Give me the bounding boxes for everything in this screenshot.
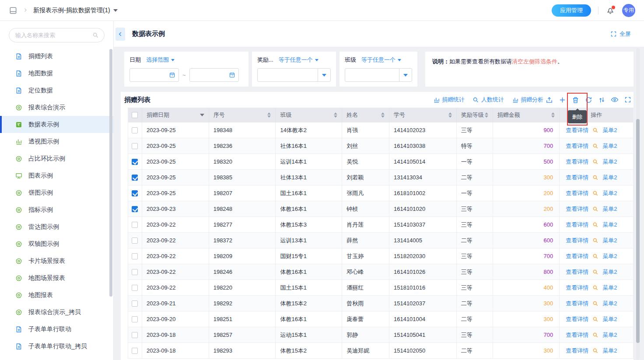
- search-icon[interactable]: [592, 143, 598, 149]
- menu2-link[interactable]: 菜单2: [602, 347, 617, 355]
- sidebar-item[interactable]: 饼图示例: [0, 184, 113, 201]
- view-detail-link[interactable]: 查看详情: [566, 221, 588, 229]
- table-action-button[interactable]: 人数统计: [472, 96, 504, 104]
- search-icon[interactable]: [592, 253, 598, 259]
- sidebar-item[interactable]: 地图数据: [0, 65, 113, 82]
- row-checkbox[interactable]: [132, 253, 138, 259]
- reward-select[interactable]: [257, 68, 331, 82]
- filter-operator-dropdown[interactable]: 选择范围: [146, 56, 175, 64]
- filter-caret-icon[interactable]: [200, 114, 204, 116]
- search-icon[interactable]: [92, 32, 99, 38]
- search-icon[interactable]: [592, 238, 598, 244]
- menu2-link[interactable]: 菜单2: [602, 237, 617, 245]
- sort-icon[interactable]: [485, 112, 488, 118]
- sort-icon[interactable]: [448, 112, 452, 118]
- row-checkbox[interactable]: [132, 127, 138, 133]
- calendar-icon[interactable]: 7: [169, 72, 175, 78]
- app-window-icon[interactable]: [9, 6, 18, 15]
- view-detail-link[interactable]: 查看详情: [566, 205, 588, 213]
- row-checkbox[interactable]: [132, 301, 138, 307]
- column-header[interactable]: 学号: [389, 108, 457, 122]
- search-icon[interactable]: [592, 127, 598, 133]
- view-detail-link[interactable]: 查看详情: [566, 331, 588, 339]
- app-manage-button[interactable]: 应用管理: [552, 4, 591, 17]
- sidebar-item[interactable]: 双轴图示例: [0, 235, 113, 252]
- search-icon[interactable]: [592, 269, 598, 275]
- search-icon[interactable]: [592, 159, 598, 165]
- sidebar-item[interactable]: 地图场景报表: [0, 269, 113, 287]
- column-header[interactable]: 捐赠金额: [493, 108, 560, 122]
- sidebar-item[interactable]: 子表单单行联动: [0, 321, 113, 338]
- page-fullscreen-button[interactable]: 全屏: [610, 30, 631, 38]
- menu2-link[interactable]: 菜单2: [602, 300, 617, 308]
- chevron-down-icon[interactable]: [399, 69, 412, 81]
- view-detail-link[interactable]: 查看详情: [566, 268, 588, 276]
- menu2-link[interactable]: 菜单2: [602, 268, 617, 276]
- search-icon[interactable]: [592, 301, 598, 307]
- select-all-checkbox-cell[interactable]: [128, 108, 142, 122]
- menu2-link[interactable]: 菜单2: [602, 158, 617, 166]
- menu2-link[interactable]: 菜单2: [602, 174, 617, 182]
- column-header[interactable]: 奖励等级: [457, 108, 493, 122]
- table-action-button[interactable]: 捐赠分析: [512, 96, 543, 104]
- menu2-link[interactable]: 菜单2: [602, 252, 617, 260]
- sidebar-item[interactable]: [0, 355, 113, 360]
- sidebar-item[interactable]: 指标示例: [0, 201, 113, 218]
- search-icon[interactable]: [592, 285, 598, 291]
- select-all-checkbox[interactable]: [132, 112, 138, 118]
- row-checkbox[interactable]: [132, 348, 138, 354]
- sidebar-item[interactable]: 卡片场景报表: [0, 252, 113, 269]
- eye-icon[interactable]: [611, 96, 619, 104]
- sidebar-item[interactable]: 图表示例: [0, 167, 113, 184]
- row-checkbox[interactable]: [132, 175, 138, 181]
- sidebar-item[interactable]: 报表综合演示_拷贝: [0, 304, 113, 321]
- view-detail-link[interactable]: 查看详情: [566, 347, 588, 355]
- search-icon[interactable]: [592, 316, 598, 322]
- sidebar-item[interactable]: 占比环比示例: [0, 150, 113, 167]
- refresh-icon[interactable]: [584, 96, 592, 104]
- sidebar-scrollbar[interactable]: [109, 49, 112, 297]
- filter-operator-dropdown[interactable]: 等于任意一个: [279, 56, 318, 64]
- view-detail-link[interactable]: 查看详情: [566, 237, 588, 245]
- search-icon[interactable]: [592, 348, 598, 354]
- sidebar-item[interactable]: 报表综合演示: [0, 99, 113, 116]
- export-icon[interactable]: [545, 96, 553, 104]
- delete-icon[interactable]: [571, 96, 579, 104]
- search-icon[interactable]: [592, 190, 598, 196]
- sidebar-item[interactable]: 捐赠列表: [0, 48, 113, 65]
- sort-icon[interactable]: [267, 112, 271, 118]
- sidebar-search[interactable]: [9, 28, 105, 42]
- row-checkbox[interactable]: [132, 190, 138, 196]
- sidebar-item[interactable]: 子表单单行联动_拷贝: [0, 338, 113, 355]
- filter-operator-dropdown[interactable]: 等于任意一个: [361, 56, 401, 64]
- view-detail-link[interactable]: 查看详情: [566, 300, 588, 308]
- menu2-link[interactable]: 菜单2: [602, 205, 617, 213]
- sidebar-item[interactable]: 雷达图示例: [0, 218, 113, 235]
- view-detail-link[interactable]: 查看详情: [566, 315, 588, 323]
- sidebar-item[interactable]: 定位数据: [0, 82, 113, 99]
- row-checkbox[interactable]: [132, 269, 138, 275]
- sidebar-item[interactable]: 透视图示例: [0, 133, 113, 150]
- plus-icon[interactable]: [558, 96, 566, 104]
- sort-icon[interactable]: [551, 112, 555, 118]
- menu2-link[interactable]: 菜单2: [602, 142, 617, 150]
- column-header[interactable]: 序号: [209, 108, 276, 122]
- workspace-title[interactable]: 新报表示例-捐款数据管理(1): [33, 7, 118, 14]
- search-icon[interactable]: [592, 222, 598, 228]
- avatar[interactable]: 专用: [622, 4, 635, 17]
- chevron-down-icon[interactable]: [113, 9, 118, 12]
- search-icon[interactable]: [592, 175, 598, 181]
- sidebar-item[interactable]: 地图报表: [0, 287, 113, 304]
- date-end-input[interactable]: [193, 72, 229, 78]
- row-checkbox[interactable]: [132, 206, 138, 212]
- menu2-link[interactable]: 菜单2: [602, 331, 617, 339]
- view-detail-link[interactable]: 查看详情: [566, 189, 588, 197]
- column-header[interactable]: 班级: [276, 108, 342, 122]
- notification-bell-icon[interactable]: [606, 6, 615, 15]
- menu2-link[interactable]: 菜单2: [602, 284, 617, 292]
- column-header[interactable]: 姓名: [342, 108, 389, 122]
- search-icon[interactable]: [592, 332, 598, 338]
- row-checkbox[interactable]: [132, 316, 138, 322]
- view-detail-link[interactable]: 查看详情: [566, 142, 588, 150]
- view-detail-link[interactable]: 查看详情: [566, 126, 588, 134]
